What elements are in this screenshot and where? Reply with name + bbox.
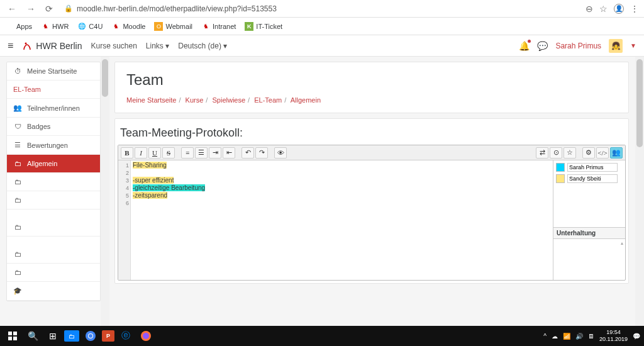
strike-button[interactable]: S [162, 147, 175, 159]
bell-icon[interactable]: 🔔 [519, 41, 530, 51]
brand[interactable]: HWR Berlin [22, 41, 82, 51]
file-explorer-icon[interactable]: 🗀 [64, 330, 79, 342]
svg-point-7 [89, 334, 92, 338]
chat-body[interactable] [553, 239, 625, 274]
gutter-num: 5 [118, 192, 129, 199]
undo-button[interactable]: ↶ [242, 147, 254, 159]
account-icon[interactable]: 👤 [614, 4, 624, 14]
users-button[interactable]: 👥 [610, 147, 623, 159]
breadcrumb-spiel[interactable]: Spielwiese [212, 96, 245, 104]
c4u-bookmark[interactable]: 🌐 C4U [77, 22, 103, 31]
sidebar-item-home[interactable]: ⏱ Meine Startseite [7, 62, 100, 81]
taskview-icon[interactable]: ⊞ [44, 327, 62, 345]
indent-button[interactable]: ⇥ [209, 147, 221, 159]
back-arrow-icon[interactable]: ← [5, 4, 19, 14]
underline-button[interactable]: U [148, 147, 161, 159]
volume-icon[interactable]: 🔊 [575, 333, 583, 340]
taskbar-clock[interactable]: 19:54 20.11.2019 [599, 329, 628, 343]
breadcrumb-general[interactable]: Allgemein [291, 96, 321, 104]
webmail-bookmark[interactable]: O Webmail [154, 22, 192, 31]
activity-card: Team-Meeting-Protokoll: B I U S ≡ ☰ ⇥ ⇤ … [114, 118, 629, 284]
links-dropdown[interactable]: Links ▾ [146, 42, 169, 50]
user-name-input[interactable] [567, 174, 618, 183]
settings-button[interactable]: ⚙ [582, 147, 595, 159]
itticket-icon: K [245, 22, 253, 31]
sidebar-scrollbar[interactable] [101, 57, 109, 326]
clear-authorship-button[interactable]: 👁 [274, 147, 287, 159]
cloud-icon[interactable]: ☁ [552, 333, 558, 340]
intranet-bookmark[interactable]: ♞ Intranet [201, 22, 236, 31]
gutter-num: 1 [118, 162, 129, 169]
messages-icon[interactable]: 💬 [537, 41, 548, 51]
notifications-icon[interactable]: 💬 [633, 333, 640, 340]
sidebar-item-course[interactable]: EL-Team [7, 81, 100, 99]
user-row [556, 174, 623, 183]
breadcrumb-courses[interactable]: Kurse [186, 96, 204, 104]
ol-button[interactable]: ≡ [181, 147, 194, 159]
sidebar-item-participants[interactable]: 👥 Teilnehmer/innen [7, 99, 100, 118]
battery-icon[interactable]: 🗏 [588, 333, 594, 340]
address-bar[interactable]: 🔒 moodle.hwr-berlin.de/mod/etherpadlite/… [60, 4, 580, 13]
sidebar-participants-label: Teilnehmer/innen [27, 104, 80, 112]
chrome-icon[interactable] [82, 327, 99, 345]
hwr-label: HWR [52, 23, 69, 30]
user-color-swatch[interactable] [556, 163, 565, 172]
user-name-input[interactable] [567, 163, 618, 172]
savedrev-button[interactable]: ⊙ [550, 147, 562, 159]
sidebar-item-folder[interactable]: 🗀 [7, 264, 100, 282]
user-menu-caret-icon[interactable]: ▼ [630, 42, 636, 49]
sidebar-item-folder[interactable]: 🗀 [7, 191, 100, 209]
itticket-bookmark[interactable]: K IT-Ticket [245, 22, 282, 31]
apps-bookmark[interactable]: Apps [5, 22, 32, 31]
topnav-links: Kurse suchen Links ▾ Deutsch (de) ▾ [91, 42, 227, 50]
forward-arrow-icon[interactable]: → [24, 4, 38, 14]
wifi-icon[interactable]: 📶 [563, 333, 570, 340]
chat-header[interactable]: Unterhaltung [553, 228, 625, 239]
redo-button[interactable]: ↷ [255, 147, 268, 159]
webmail-label: Webmail [165, 23, 192, 30]
user-color-swatch[interactable] [556, 174, 565, 183]
sidebar-item-general[interactable]: 🗀 Allgemein [7, 155, 100, 173]
search-courses-link[interactable]: Kurse suchen [91, 42, 136, 50]
sidebar-item-grad[interactable]: 🎓 [7, 282, 100, 301]
embed-button[interactable]: </> [596, 147, 609, 159]
sidebar-item-grades[interactable]: ☰ Bewertungen [7, 136, 100, 155]
hamburger-icon[interactable]: ≡ [8, 40, 13, 52]
timeslider-button[interactable]: ⇄ [536, 147, 548, 159]
ie-icon[interactable]: ⓔ [117, 327, 135, 345]
ul-button[interactable]: ☰ [195, 147, 208, 159]
menu-dots-icon[interactable]: ⋮ [630, 4, 639, 14]
badge-icon: 🛡 [13, 123, 22, 130]
outdent-button[interactable]: ⇤ [223, 147, 235, 159]
italic-button[interactable]: I [135, 147, 147, 159]
firefox-icon[interactable] [137, 327, 155, 345]
sidebar-item-folder[interactable]: 🗀 [7, 173, 100, 191]
breadcrumb-elteam[interactable]: EL-Team [254, 96, 282, 104]
clock-date: 20.11.2019 [599, 336, 628, 343]
gutter-num: 6 [118, 199, 129, 207]
moodle-bookmark[interactable]: ♞ Moodle [111, 22, 145, 31]
user-name[interactable]: Sarah Primus [555, 42, 601, 50]
search-icon[interactable]: 🔍 [24, 327, 42, 345]
sidebar: ⏱ Meine Startseite EL-Team 👥 Teilnehmer/… [6, 62, 101, 301]
star-button[interactable]: ☆ [564, 147, 576, 159]
page-scrollbar[interactable] [635, 57, 644, 326]
etherpad-editor[interactable]: File-Sharing -super effizient -gleichzei… [131, 160, 553, 280]
star-icon[interactable]: ☆ [599, 4, 608, 14]
sidebar-item-folder[interactable]: 🗀 [7, 237, 100, 264]
avatar[interactable]: 👧 [609, 39, 623, 53]
etherpad-frame: B I U S ≡ ☰ ⇥ ⇤ ↶ ↷ 👁 ⇄ ⊙ [118, 145, 626, 281]
sidebar-item-badges[interactable]: 🛡 Badges [7, 118, 100, 136]
tray-up-icon[interactable]: ^ [543, 333, 547, 340]
zoom-icon[interactable]: ⊖ [586, 4, 593, 14]
powerpoint-icon[interactable]: P [102, 330, 114, 342]
hwr-bookmark[interactable]: ♞ HWR [41, 22, 69, 31]
page-title: Team [126, 71, 617, 89]
start-button[interactable] [4, 327, 21, 345]
bold-button[interactable]: B [121, 147, 133, 159]
sidebar-item-folder[interactable]: 🗀 [7, 209, 100, 237]
reload-icon[interactable]: ⟳ [43, 4, 55, 14]
language-dropdown[interactable]: Deutsch (de) ▾ [178, 42, 227, 50]
pad-line: -super effizient [133, 177, 174, 184]
breadcrumb-home[interactable]: Meine Startseite [126, 96, 176, 104]
